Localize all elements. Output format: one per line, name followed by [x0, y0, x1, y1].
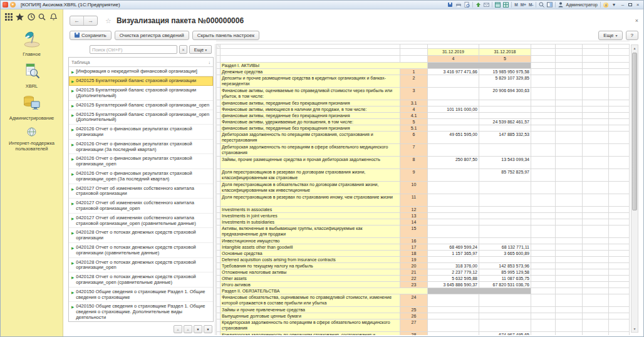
save-button[interactable]: Сохранить — [70, 31, 112, 40]
grid-value-cell[interactable] — [428, 75, 479, 88]
memory-m-minus-button[interactable]: M- — [529, 3, 534, 7]
grid-empty-cell[interactable] — [531, 226, 556, 238]
split-view-icon[interactable] — [547, 2, 553, 8]
grid-rownum-cell[interactable]: 5.1 — [400, 125, 428, 132]
grid-value-cell[interactable]: 67 820 531 036,76 — [479, 282, 531, 288]
grid-value-cell[interactable] — [428, 100, 479, 106]
grid-empty-cell[interactable] — [221, 49, 400, 56]
grid-rownum-cell[interactable]: 27 — [400, 319, 428, 332]
expand-triangle-icon[interactable]: ▶ — [71, 201, 74, 206]
grid-empty-cell[interactable] — [583, 125, 609, 132]
zoom-plus-icon[interactable] — [539, 2, 544, 8]
grid-empty-cell[interactable] — [556, 119, 583, 125]
grid-empty-cell[interactable] — [583, 238, 609, 244]
grid-empty-cell[interactable] — [609, 313, 630, 319]
grid-empty-cell[interactable] — [583, 100, 609, 106]
search-icon[interactable] — [38, 13, 46, 21]
grid-value-cell[interactable] — [479, 219, 531, 226]
grid-empty-cell[interactable] — [531, 269, 556, 276]
grid-empty-cell[interactable] — [531, 194, 556, 207]
grid-empty-cell[interactable] — [556, 251, 583, 257]
grid-rownum-cell[interactable]: 11 — [400, 194, 428, 207]
grid-empty-cell[interactable] — [556, 294, 583, 307]
grid-empty-cell[interactable] — [609, 207, 630, 213]
grid-empty-cell[interactable] — [221, 56, 400, 63]
grid-empty-cell[interactable] — [583, 106, 609, 113]
grid-empty-cell[interactable] — [556, 313, 583, 319]
grid-empty-cell[interactable] — [531, 213, 556, 219]
menu-grid-icon[interactable] — [4, 13, 13, 21]
minimize-button[interactable]: – — [620, 2, 626, 8]
table-icon[interactable] — [503, 2, 509, 8]
expand-triangle-icon[interactable]: ▶ — [71, 157, 74, 162]
grid-empty-cell[interactable] — [609, 125, 630, 132]
grid-empty-cell[interactable] — [221, 44, 400, 49]
grid-empty-cell[interactable] — [556, 100, 583, 106]
list-item[interactable]: ▶ 0420150 Общие сведения о страховщике Р… — [69, 302, 213, 322]
sidebar-item-glavnoe[interactable]: Главное — [1, 30, 63, 57]
grid-label-cell[interactable]: Доля перестраховщиков в обязательствах п… — [221, 182, 400, 194]
list-item[interactable]: ▶ 0420150 Общие сведения о страховщике Р… — [69, 288, 213, 303]
grid-empty-cell[interactable] — [531, 63, 556, 69]
memory-m-plus-button[interactable]: M+ — [521, 3, 526, 7]
grid-label-cell[interactable]: Investments in joint ventures — [221, 213, 400, 219]
help-button[interactable]: ? — [626, 31, 638, 40]
grid-empty-cell[interactable] — [556, 132, 583, 144]
move-down-button[interactable]: ▼ — [194, 325, 202, 333]
grid-empty-cell[interactable] — [556, 144, 583, 157]
expand-triangle-icon[interactable]: ▶ — [71, 127, 74, 132]
grid-rownum-cell[interactable]: 10 — [400, 182, 428, 194]
grid-date-header[interactable]: 31.12.2018 — [479, 49, 531, 56]
grid-value-cell[interactable] — [428, 88, 479, 100]
grid-rownum-cell[interactable]: 25 — [400, 307, 428, 313]
grid-empty-cell[interactable] — [609, 288, 630, 294]
grid-empty-cell[interactable] — [609, 263, 630, 269]
grid-empty-cell[interactable] — [609, 251, 630, 257]
grid-label-cell[interactable]: финансовые активы, переданные без прекра… — [221, 113, 400, 119]
grid-empty-cell[interactable] — [583, 313, 609, 319]
grid-empty-cell[interactable] — [531, 125, 556, 132]
grid-label-cell[interactable]: Финансовые активы, имеющиеся в наличии д… — [221, 106, 400, 113]
grid-value-cell[interactable]: 147 885 332,53 — [479, 132, 531, 144]
grid-empty-cell[interactable] — [609, 332, 630, 336]
list-item[interactable]: ▶ 0420126 Отчет о финансовых результатах… — [69, 169, 213, 184]
grid-empty-cell[interactable] — [531, 56, 556, 63]
info-icon[interactable]: i — [603, 3, 608, 8]
grid-rownum-cell[interactable]: 22 — [400, 276, 428, 282]
grid-rownum-cell[interactable]: 23 — [400, 282, 428, 288]
grid-empty-cell[interactable] — [609, 56, 630, 63]
grid-value-cell[interactable]: 85 995 129,58 — [479, 269, 531, 276]
grid-value-cell[interactable]: 674 967 495,65 — [479, 332, 531, 336]
mail-icon[interactable] — [484, 2, 489, 8]
grid-empty-cell[interactable] — [556, 69, 583, 75]
grid-empty-cell[interactable] — [531, 263, 556, 269]
grid-empty-cell[interactable] — [531, 113, 556, 119]
grid-label-cell[interactable]: Other assets — [221, 276, 400, 282]
grid-value-cell[interactable] — [428, 125, 479, 132]
grid-empty-cell[interactable] — [556, 56, 583, 63]
upload-icon[interactable] — [475, 2, 481, 8]
grid-empty-cell[interactable] — [609, 75, 630, 88]
grid-rownum-cell[interactable]: 6 — [400, 132, 428, 144]
list-item[interactable]: ▶ 0420128 Отчет о потоках денежных средс… — [69, 228, 213, 243]
list-item[interactable]: ▶ 0420126 Отчет о финансовых результатах… — [69, 125, 213, 140]
grid-rownum-cell[interactable]: 24 — [400, 294, 428, 307]
grid-rownum-cell[interactable]: 3 — [400, 88, 428, 100]
grid-empty-cell[interactable] — [609, 106, 630, 113]
grid-value-cell[interactable] — [479, 257, 531, 263]
grid-empty-cell[interactable] — [556, 244, 583, 251]
list-item[interactable]: ▶ [Информация о некредитной финансовой о… — [69, 67, 213, 76]
save-icon[interactable] — [447, 2, 453, 8]
grid-rownum-cell[interactable]: 21 — [400, 269, 428, 276]
grid-rownum-cell[interactable]: 28 — [400, 332, 428, 336]
grid-value-cell[interactable] — [428, 119, 479, 125]
grid-empty-cell[interactable] — [609, 294, 630, 307]
expand-triangle-icon[interactable]: ▶ — [71, 246, 74, 251]
expand-triangle-icon[interactable]: ▶ — [71, 290, 74, 295]
grid-empty-cell[interactable] — [556, 182, 583, 194]
grid-value-cell[interactable] — [428, 213, 479, 219]
memory-m-button[interactable]: M — [514, 3, 517, 7]
grid-empty-cell[interactable] — [556, 169, 583, 182]
list-item[interactable]: ▶ 0420128 Отчет о потоках денежных средс… — [69, 243, 213, 258]
list-item[interactable]: ▶ 0420125 Бухгалтерский баланс страховой… — [69, 76, 213, 86]
